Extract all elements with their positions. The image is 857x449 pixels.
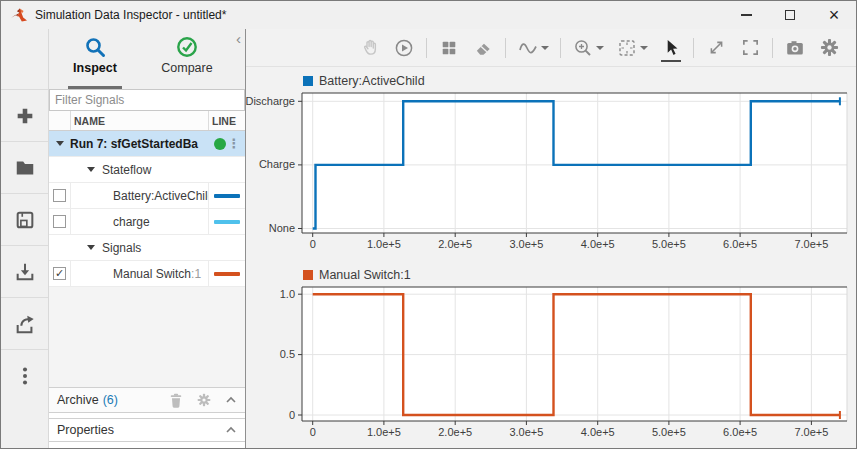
- save-button[interactable]: [1, 193, 48, 245]
- maximize-button[interactable]: [768, 1, 812, 29]
- layout-grid-icon: [440, 39, 458, 57]
- svg-text:6.0e+5: 6.0e+5: [723, 238, 757, 250]
- signal-label: Battery:ActiveChild: [113, 189, 208, 203]
- signal-checkbox-0[interactable]: [53, 189, 66, 202]
- run-status-dot: [214, 138, 226, 150]
- run-menu-icon[interactable]: ⋮: [226, 138, 242, 150]
- gear-icon: [197, 393, 211, 407]
- svg-text:2.0e+5: 2.0e+5: [438, 238, 472, 250]
- signal-row-charge[interactable]: charge: [49, 209, 245, 235]
- close-icon: ×: [829, 10, 840, 20]
- svg-text:5.0e+5: 5.0e+5: [652, 238, 686, 250]
- archive-settings-button[interactable]: [197, 393, 211, 407]
- matlab-icon: [11, 8, 27, 22]
- group-row-stateflow[interactable]: Stateflow: [49, 157, 245, 183]
- group-caret-icon[interactable]: [87, 245, 95, 250]
- clear-plots-button[interactable]: [466, 33, 500, 63]
- svg-text:1.0: 1.0: [280, 288, 295, 300]
- filter-signals-box: [49, 89, 245, 111]
- archive-bar[interactable]: Archive (6): [49, 387, 245, 413]
- line-style-cell[interactable]: [208, 209, 245, 234]
- legend-swatch: [303, 76, 313, 86]
- pointer-tool-button[interactable]: [654, 33, 688, 63]
- maximize-icon: [785, 10, 795, 20]
- tab-compare[interactable]: Compare: [141, 29, 233, 89]
- svg-text:7.0e+5: 7.0e+5: [794, 238, 828, 250]
- folder-icon: [14, 157, 36, 179]
- legend-label: Manual Switch:1: [319, 268, 411, 282]
- group-row-signals[interactable]: Signals: [49, 235, 245, 261]
- settings-button[interactable]: [812, 33, 846, 63]
- fullscreen-brackets-icon: [741, 38, 760, 57]
- signal-label: Manual Switch: [113, 267, 191, 281]
- more-options-button[interactable]: [1, 349, 48, 401]
- signal-style-button[interactable]: [511, 33, 545, 63]
- compare-check-icon: [176, 36, 198, 58]
- subplot-layout-button[interactable]: [432, 33, 466, 63]
- signal-checkbox-2[interactable]: [53, 267, 66, 280]
- run-row[interactable]: Run 7: sfGetStartedBa ⋮: [49, 131, 245, 157]
- svg-text:0: 0: [310, 238, 316, 250]
- run-caret-icon[interactable]: [56, 141, 64, 146]
- tab-inspect-label: Inspect: [73, 61, 117, 75]
- snapshot-button[interactable]: [778, 33, 812, 63]
- svg-text:2.0e+5: 2.0e+5: [438, 426, 472, 438]
- fit-to-view-button[interactable]: [610, 33, 644, 63]
- signal-port-suffix: :1: [191, 267, 201, 281]
- minimize-button[interactable]: [724, 1, 768, 29]
- signal-checkbox-1[interactable]: [53, 215, 66, 228]
- svg-text:1.0e+5: 1.0e+5: [367, 238, 401, 250]
- zoom-in-magnifier-icon: [573, 38, 593, 58]
- replay-button[interactable]: [387, 33, 421, 63]
- expand-button[interactable]: [699, 33, 733, 63]
- active-tab-underline: [68, 86, 122, 89]
- archive-collapse-button[interactable]: [225, 396, 237, 404]
- properties-bar[interactable]: Properties: [49, 418, 245, 442]
- group-label: Signals: [102, 241, 141, 255]
- signal-row-battery[interactable]: Battery:ActiveChild: [49, 183, 245, 209]
- battery-chart-plot[interactable]: 01.0e+52.0e+53.0e+54.0e+55.0e+56.0e+57.0…: [246, 91, 856, 255]
- group-caret-icon[interactable]: [87, 167, 95, 172]
- battery-chart: Battery:ActiveChild 01.0e+52.0e+53.0e+54…: [246, 71, 856, 255]
- legend-label: Battery:ActiveChild: [319, 74, 425, 88]
- line-swatch: [214, 194, 240, 198]
- collapse-panel-icon[interactable]: ‹: [236, 33, 241, 45]
- inspect-magnifier-icon: [84, 36, 106, 58]
- name-column-header: NAME: [71, 111, 208, 130]
- svg-text:1.0e+5: 1.0e+5: [367, 426, 401, 438]
- trash-icon: [169, 393, 183, 408]
- manual-switch-chart-legend: Manual Switch:1: [303, 265, 856, 285]
- pan-hand-icon: [361, 38, 380, 57]
- svg-text:6.0e+5: 6.0e+5: [723, 426, 757, 438]
- zoom-in-button[interactable]: [566, 33, 600, 63]
- manual-switch-chart-plot[interactable]: 01.0e+52.0e+53.0e+54.0e+55.0e+56.0e+57.0…: [246, 285, 856, 443]
- left-toolbar: [1, 29, 49, 449]
- properties-label: Properties: [57, 423, 114, 437]
- eraser-icon: [474, 38, 493, 57]
- archive-delete-button[interactable]: [169, 393, 183, 408]
- selected-tool-underline: [661, 60, 681, 62]
- signal-row-manual-switch[interactable]: Manual Switch:1: [49, 261, 245, 287]
- pan-button[interactable]: [353, 33, 387, 63]
- line-style-cell[interactable]: [208, 183, 245, 208]
- export-button[interactable]: [1, 297, 48, 349]
- import-button[interactable]: [1, 245, 48, 297]
- close-button[interactable]: ×: [812, 1, 856, 29]
- filter-signals-input[interactable]: [49, 89, 245, 111]
- line-style-cell[interactable]: [208, 261, 245, 286]
- svg-text:7.0e+5: 7.0e+5: [794, 426, 828, 438]
- line-swatch: [214, 220, 240, 224]
- manual-switch-chart: Manual Switch:1 01.0e+52.0e+53.0e+54.0e+…: [246, 265, 856, 443]
- expand-diagonal-icon: [707, 38, 726, 57]
- fullscreen-button[interactable]: [733, 33, 767, 63]
- signal-wave-icon: [518, 38, 538, 58]
- tab-inspect[interactable]: Inspect: [49, 29, 141, 89]
- svg-text:3.0e+5: 3.0e+5: [509, 426, 543, 438]
- open-button[interactable]: [1, 141, 48, 193]
- properties-collapse-button[interactable]: [225, 426, 237, 434]
- add-button[interactable]: [1, 89, 48, 141]
- svg-text:4.0e+5: 4.0e+5: [581, 238, 615, 250]
- empty-table-area: [49, 287, 245, 387]
- group-label: Stateflow: [102, 163, 151, 177]
- import-arrow-icon: [14, 261, 36, 283]
